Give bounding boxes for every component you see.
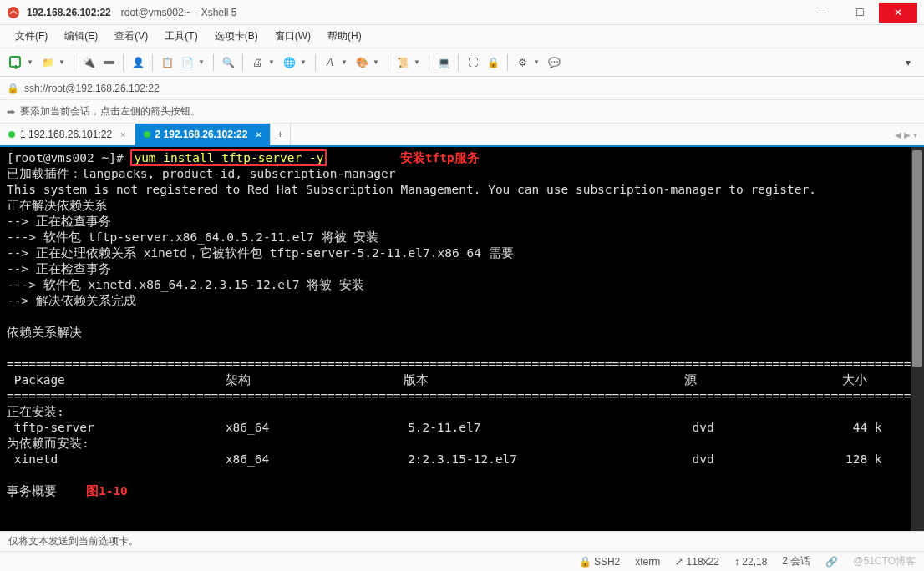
info-text: 要添加当前会话，点击左侧的箭头按钮。 <box>20 104 201 119</box>
title-bar: 192.168.26.102:22 root@vms002:~ - Xshell… <box>0 0 924 25</box>
status-term: xterm <box>635 556 660 568</box>
term-line: This system is not registered to Red Hat… <box>7 183 816 196</box>
status-bar: 🔒 SSH2 xterm ⤢ 118x22 ↕ 22,18 2 会话 🔗 @51… <box>0 551 924 571</box>
app-icon <box>7 6 20 19</box>
minimize-button[interactable]: — <box>802 3 840 23</box>
new-tab-button[interactable]: + <box>271 124 291 145</box>
maximize-button[interactable]: ☐ <box>840 3 879 23</box>
properties-icon[interactable]: 🌐 <box>280 53 298 72</box>
close-icon[interactable]: × <box>256 129 261 139</box>
table-row: xinetd x86_64 2:2.3.15-12.el7 dvd 128 k <box>7 452 882 466</box>
tab-session-1[interactable]: 1 192.168.26.101:22 × <box>0 124 135 145</box>
toolbar-menu-icon[interactable]: ▾ <box>899 53 917 72</box>
dropdown-icon[interactable]: ▼ <box>198 58 205 66</box>
open-icon[interactable]: 📁 <box>38 53 57 72</box>
lock-icon: 🔒 <box>7 83 19 94</box>
status-link-icon: 🔗 <box>825 556 838 568</box>
term-line: 正在解决依赖关系 <box>7 199 107 212</box>
search-icon[interactable]: 🔍 <box>219 53 237 72</box>
menu-window[interactable]: 窗口(W) <box>268 26 317 47</box>
menu-view[interactable]: 查看(V) <box>108 26 155 47</box>
fullscreen-icon[interactable]: ⛶ <box>464 53 482 72</box>
help-icon[interactable]: 💬 <box>545 53 563 72</box>
menu-file[interactable]: 文件(F) <box>8 26 54 47</box>
foot-text: 仅将文本发送到当前选项卡。 <box>8 534 139 548</box>
separator-line: ========================================… <box>7 357 924 371</box>
title-text: root@vms002:~ - Xshell 5 <box>121 7 237 18</box>
term-line: ---> 软件包 xinetd.x86_64.2.2.3.15-12.el7 将… <box>7 278 364 291</box>
scrollbar-vertical[interactable] <box>911 147 924 531</box>
copy-icon[interactable]: 📋 <box>158 53 176 72</box>
menu-tools[interactable]: 工具(T) <box>158 26 204 47</box>
annotation: 安装tftp服务 <box>400 151 480 164</box>
color-icon[interactable]: 🎨 <box>353 53 371 72</box>
terminal[interactable]: [root@vms002 ~]# yum install tftp-server… <box>0 147 924 531</box>
font-icon[interactable]: A <box>321 53 339 72</box>
term-line: 为依赖而安装: <box>7 437 89 450</box>
menu-bar: 文件(F) 编辑(E) 查看(V) 工具(T) 选项卡(B) 窗口(W) 帮助(… <box>0 25 924 48</box>
highlight-command: yum install tftp-server -y <box>130 149 327 166</box>
toolbar: ▼ 📁 ▼ 🔌 ➖ 👤 📋 📄 ▼ 🔍 🖨 ▼ 🌐 ▼ A ▼ 🎨 ▼ 📜 ▼ … <box>0 48 924 77</box>
tab-nav[interactable]: ◀ ▶ ▾ <box>888 124 924 145</box>
table-header: Package 架构 版本 源 大小 <box>7 373 867 387</box>
status-sessions: 2 会话 <box>782 554 810 568</box>
term-line: --> 解决依赖关系完成 <box>7 294 136 307</box>
term-line: 依赖关系解决 <box>7 326 82 339</box>
tab-label: 1 192.168.26.101:22 <box>20 129 112 140</box>
dropdown-icon[interactable]: ▼ <box>300 58 307 66</box>
foot-bar: 仅将文本发送到当前选项卡。 <box>0 531 924 551</box>
separator-line: ========================================… <box>7 389 924 402</box>
close-button[interactable]: ✕ <box>879 3 917 23</box>
status-dot-icon <box>8 131 15 138</box>
status-pos: ↕ 22,18 <box>734 556 767 568</box>
dropdown-icon[interactable]: ▼ <box>373 58 379 66</box>
updown-icon: ↕ <box>734 556 739 568</box>
tab-session-2[interactable]: 2 192.168.26.102:22 × <box>135 124 271 145</box>
term-line: --> 正在处理依赖关系 xinetd，它被软件包 tftp-server-5.… <box>7 246 514 260</box>
disconnect-icon[interactable]: ➖ <box>99 53 118 72</box>
script-icon[interactable]: 📜 <box>393 53 412 72</box>
options-icon[interactable]: ⚙ <box>513 53 531 72</box>
print-icon[interactable]: 🖨 <box>248 53 267 72</box>
annotation: 图1-10 <box>86 484 128 498</box>
term-line: --> 正在检查事务 <box>7 215 111 228</box>
menu-tabs[interactable]: 选项卡(B) <box>208 26 265 47</box>
new-session-icon[interactable] <box>7 53 25 72</box>
term-line: 事务概要 <box>7 484 57 498</box>
terminal-icon[interactable]: 💻 <box>434 53 453 72</box>
dropdown-icon[interactable]: ▼ <box>58 58 65 66</box>
connect-icon[interactable]: 🔌 <box>79 53 98 72</box>
menu-edit[interactable]: 编辑(E) <box>58 26 104 47</box>
term-line: --> 正在检查事务 <box>7 262 111 275</box>
status-proto: 🔒 SSH2 <box>579 556 621 568</box>
status-size: ⤢ 118x22 <box>675 556 719 568</box>
menu-help[interactable]: 帮助(H) <box>321 26 368 47</box>
dropdown-icon[interactable]: ▼ <box>268 58 275 66</box>
term-line: 正在安装: <box>7 405 64 418</box>
lock-icon[interactable]: 🔒 <box>484 53 502 72</box>
paste-icon[interactable]: 📄 <box>178 53 196 72</box>
resize-icon: ⤢ <box>675 556 683 568</box>
tab-bar: 1 192.168.26.101:22 × 2 192.168.26.102:2… <box>0 124 924 147</box>
address-bar: 🔒 ssh://root@192.168.26.102:22 <box>0 77 924 100</box>
profile-icon[interactable]: 👤 <box>129 53 147 72</box>
table-row: tftp-server x86_64 5.2-11.el7 dvd 44 k <box>7 421 882 434</box>
term-line: 已加载插件：langpacks, product-id, subscriptio… <box>7 167 395 180</box>
dropdown-icon[interactable]: ▼ <box>27 58 33 66</box>
arrow-icon[interactable]: ➡ <box>7 106 15 118</box>
status-dot-icon <box>144 131 150 138</box>
lock-icon: 🔒 <box>579 556 591 568</box>
dropdown-icon[interactable]: ▼ <box>533 58 540 66</box>
scrollbar-thumb[interactable] <box>912 150 922 367</box>
prompt: [root@vms002 ~]# <box>7 151 130 164</box>
dropdown-icon[interactable]: ▼ <box>414 58 420 66</box>
close-icon[interactable]: × <box>120 129 125 139</box>
title-address: 192.168.26.102:22 <box>27 7 111 18</box>
tab-label: 2 192.168.26.102:22 <box>155 129 248 140</box>
address-url[interactable]: ssh://root@192.168.26.102:22 <box>24 83 160 94</box>
svg-point-0 <box>8 7 19 18</box>
watermark: @51CTO博客 <box>853 554 916 568</box>
dropdown-icon[interactable]: ▼ <box>341 58 348 66</box>
term-line: ---> 软件包 tftp-server.x86_64.0.5.2-11.el7… <box>7 230 378 244</box>
info-bar: ➡ 要添加当前会话，点击左侧的箭头按钮。 <box>0 100 924 124</box>
